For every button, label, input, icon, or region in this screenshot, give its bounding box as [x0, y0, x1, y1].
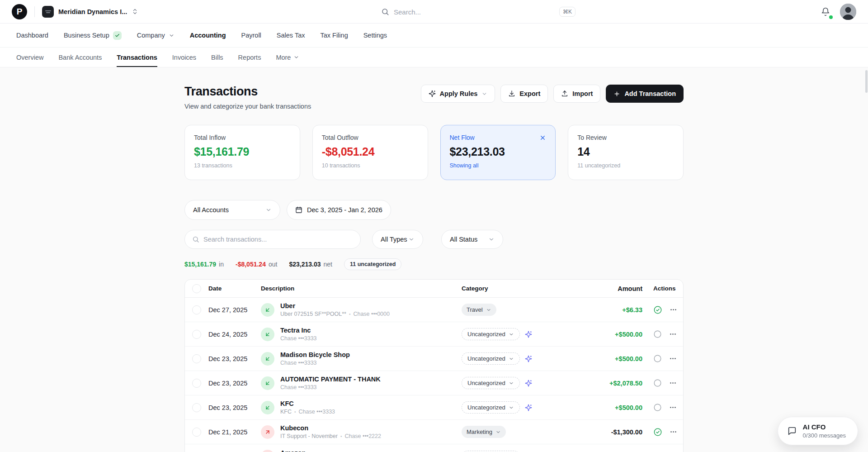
card-total-inflow[interactable]: Total Inflow $15,161.79 13 transactions: [184, 125, 300, 180]
direction-icon: [261, 352, 274, 366]
chevron-down-icon: [509, 381, 514, 386]
status-dropdown[interactable]: All Status: [441, 230, 503, 249]
search-icon: [381, 8, 389, 16]
add-transaction-button[interactable]: Add Transaction: [606, 85, 684, 103]
chevron-down-icon: [408, 236, 415, 243]
ai-suggest-icon[interactable]: [525, 404, 532, 411]
nav-dashboard[interactable]: Dashboard: [16, 32, 48, 39]
transaction-subtitle: Chase •••3333: [280, 360, 350, 366]
transaction-detail: Uber 072515 SF**POOL**: [280, 311, 346, 317]
ellipsis-icon: [669, 379, 677, 387]
more-actions-button[interactable]: [669, 355, 677, 362]
table-row[interactable]: Dec 24, 2025 Tectra Inc Chase •••3333 Un…: [185, 322, 683, 347]
transaction-amount: +$500.00: [593, 404, 647, 411]
ai-suggest-icon[interactable]: [525, 380, 532, 387]
card-net-flow[interactable]: Net Flow $23,213.03 Showing all: [440, 125, 556, 180]
review-status-icon[interactable]: [653, 403, 662, 412]
transaction-account: Chase •••0000: [353, 311, 390, 317]
calendar-icon: [295, 206, 302, 214]
transaction-name: Amazon: [280, 449, 390, 452]
close-icon[interactable]: [539, 134, 546, 141]
transactions-search-input[interactable]: [203, 236, 353, 243]
uncategorized-badge[interactable]: 11 uncategorized: [344, 258, 401, 270]
category-pill[interactable]: Uncategorized: [462, 352, 520, 365]
row-checkbox[interactable]: [192, 379, 201, 388]
card-total-outflow[interactable]: Total Outflow -$8,051.24 10 transactions: [312, 125, 428, 180]
table-row[interactable]: Dec 23, 2025 AUTOMATIC PAYMENT - THANK C…: [185, 371, 683, 395]
review-status-icon[interactable]: [653, 379, 662, 387]
review-status-icon[interactable]: [653, 330, 662, 338]
nav-business-setup[interactable]: Business Setup: [64, 31, 122, 40]
category-pill[interactable]: Uncategorized: [462, 377, 520, 389]
tab-transactions[interactable]: Transactions: [117, 48, 157, 67]
transaction-name: Tectra Inc: [280, 327, 317, 334]
transactions-search[interactable]: [184, 230, 361, 249]
search-icon: [192, 236, 199, 243]
direction-icon: [261, 450, 274, 452]
tab-bills[interactable]: Bills: [211, 48, 223, 67]
transaction-name: AUTOMATIC PAYMENT - THANK: [280, 376, 381, 383]
notifications-button[interactable]: [821, 7, 830, 16]
category-pill[interactable]: Uncategorized: [462, 328, 520, 340]
table-row[interactable]: Dec 23, 2025 KFC KFC • Chase •••3333 Unc…: [185, 395, 683, 420]
global-search-input[interactable]: [394, 8, 559, 16]
tab-more[interactable]: More: [276, 48, 299, 67]
tab-bank-accounts[interactable]: Bank Accounts: [58, 48, 102, 67]
nav-payroll[interactable]: Payroll: [241, 32, 261, 39]
tab-overview[interactable]: Overview: [16, 48, 43, 67]
more-actions-button[interactable]: [669, 404, 677, 411]
category-pill[interactable]: Uncategorized: [462, 451, 520, 452]
table-row[interactable]: Dec 21, 2025 Kubecon IT Support - Novemb…: [185, 420, 683, 444]
row-checkbox[interactable]: [192, 428, 201, 437]
more-actions-button[interactable]: [669, 330, 677, 338]
select-all-checkbox[interactable]: [192, 284, 201, 293]
ellipsis-icon: [670, 428, 677, 436]
avatar[interactable]: [840, 4, 856, 20]
row-checkbox[interactable]: [192, 305, 201, 314]
tab-invoices[interactable]: Invoices: [172, 48, 196, 67]
nav-company[interactable]: Company: [137, 32, 175, 39]
row-checkbox[interactable]: [192, 354, 201, 363]
ai-suggest-icon[interactable]: [525, 355, 532, 362]
divider: [34, 6, 35, 17]
import-button[interactable]: Import: [553, 85, 600, 103]
column-actions: Actions: [647, 285, 683, 292]
date-range-picker[interactable]: Dec 3, 2025 - Jan 2, 2026: [287, 200, 391, 220]
global-search[interactable]: ⌘K: [381, 0, 576, 24]
review-status-icon[interactable]: [653, 305, 662, 314]
table-row[interactable]: Dec 20, 2025 Amazon bought a new chase a…: [185, 444, 683, 452]
card-to-review[interactable]: To Review 14 11 uncategorized: [568, 125, 684, 180]
tab-reports[interactable]: Reports: [238, 48, 261, 67]
ellipsis-icon: [669, 355, 677, 362]
app-logo[interactable]: P: [12, 4, 27, 19]
table-row[interactable]: Dec 27, 2025 Uber Uber 072515 SF**POOL**…: [185, 298, 683, 322]
nav-sales-tax[interactable]: Sales Tax: [277, 32, 305, 39]
category-pill[interactable]: Uncategorized: [462, 401, 520, 414]
sparkles-icon: [429, 90, 436, 97]
types-dropdown[interactable]: All Types: [372, 230, 423, 249]
table-row[interactable]: Dec 23, 2025 Madison Bicycle Shop Chase …: [185, 347, 683, 371]
bell-icon: [821, 7, 830, 16]
scrollbar-thumb[interactable]: [865, 70, 868, 93]
review-status-icon[interactable]: [653, 354, 662, 363]
ai-cfo-widget[interactable]: AI CFO 0/300 messages: [778, 417, 858, 445]
nav-settings[interactable]: Settings: [363, 32, 387, 39]
nav-tax-filing[interactable]: Tax Filing: [320, 32, 348, 39]
apply-rules-button[interactable]: Apply Rules: [421, 85, 495, 103]
row-checkbox[interactable]: [192, 330, 201, 339]
direction-icon: [261, 401, 274, 414]
column-description: Description: [261, 285, 453, 292]
chat-icon: [787, 426, 797, 436]
accounts-dropdown[interactable]: All Accounts: [184, 200, 280, 220]
category-pill[interactable]: Marketing: [462, 426, 506, 438]
more-actions-button[interactable]: [670, 306, 677, 314]
more-actions-button[interactable]: [670, 428, 677, 436]
export-button[interactable]: Export: [500, 85, 548, 103]
review-status-icon[interactable]: [653, 428, 662, 437]
ai-suggest-icon[interactable]: [525, 331, 532, 338]
nav-accounting[interactable]: Accounting: [190, 32, 226, 39]
company-selector[interactable]: Meridian Dynamics I...: [42, 6, 138, 18]
category-pill[interactable]: Travel: [462, 304, 496, 316]
row-checkbox[interactable]: [192, 403, 201, 412]
more-actions-button[interactable]: [669, 379, 677, 387]
